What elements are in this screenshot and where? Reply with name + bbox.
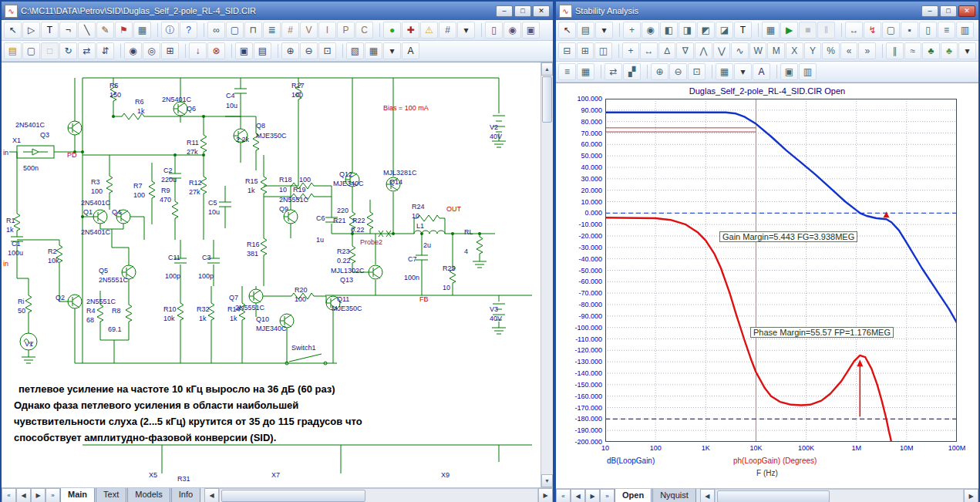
view-menu-icon[interactable]: ▾ [383,42,401,59]
paste-icon[interactable]: ▤ [254,42,271,59]
analysis-close-button[interactable]: ✕ [958,5,975,17]
go-to-performance-icon[interactable]: % [822,42,840,59]
scroll-down-button[interactable]: ▼ [541,474,553,487]
legend-phase[interactable]: ph(LoopGain) (Degrees) [733,457,817,465]
tile-horizontal-icon[interactable]: ⊟ [558,42,576,59]
inflection-icon[interactable]: ∿ [731,42,749,59]
step-into-icon[interactable]: ↓ [189,42,207,59]
peak-icon[interactable]: ∆ [658,42,676,59]
plot-panel[interactable]: Duglas_Self_2-pole_RL-4_SID.CIR Open dB(… [556,83,978,488]
zoom-mode-icon[interactable]: ◉ [642,22,659,39]
panel-top-icon[interactable]: ◩ [697,22,715,39]
tab-scroll-next[interactable]: ▶ [585,489,600,502]
condition-display-icon[interactable]: C [355,22,373,39]
phase-margin-annotation[interactable]: Phase Margin=55.57 FP=1.176MEG [750,327,894,338]
animate-icon[interactable]: ↔ [845,22,863,39]
tab-scroll-last[interactable]: » [600,489,615,502]
overlap-icon[interactable]: ◫ [594,42,612,59]
select-mode-icon[interactable]: ↖ [4,22,22,39]
zoom-in-icon[interactable]: ⊕ [281,42,299,59]
tag-horizontal-icon[interactable]: « [840,42,858,59]
text-mode-icon[interactable]: T [41,22,59,39]
flip-vertical-icon[interactable]: ⇵ [96,42,114,59]
tab-scroll-next[interactable]: ▶ [31,488,45,502]
picture-mode-icon[interactable]: ▦ [133,22,151,39]
zoom-select-icon[interactable]: ◉ [503,22,521,39]
go-to-y-icon[interactable]: Y [804,42,822,59]
grid-menu-icon[interactable]: ▾ [457,22,475,39]
pages-menu-icon[interactable]: ▾ [958,42,976,59]
analysis-maximize-button[interactable]: □ [940,5,957,17]
calculator-icon[interactable]: ▦ [577,63,594,80]
flag-mode-icon[interactable]: ⚑ [115,22,133,39]
minimize-button[interactable]: – [496,5,513,17]
probe-icon[interactable]: ↯ [864,22,881,39]
data-points-icon[interactable]: ▪ [901,22,918,39]
run-icon[interactable]: ▶ [780,22,798,39]
schematic-canvas[interactable]: R5150R61k2N5401CQ6C410uR17100Bias = 100 … [2,62,553,487]
global-low-icon[interactable]: M [767,42,785,59]
tab-scroll-first[interactable]: « [556,489,571,502]
node-voltages-icon[interactable]: V [300,22,318,39]
go-to-x-icon[interactable]: X [786,42,803,59]
grid-menu-icon[interactable]: ▦ [716,63,733,80]
zoom-area-icon[interactable]: ⊡ [318,42,336,59]
graphics-mode-icon[interactable]: ✎ [96,22,114,39]
cross-hair-icon[interactable]: ✚ [402,22,419,39]
scroll-up-button[interactable]: ▲ [541,62,553,76]
scroll-right-button[interactable]: ▶ [538,488,553,502]
border-icon[interactable]: ▣ [522,22,540,39]
zoom-window-icon[interactable]: ⊡ [688,63,706,80]
tab-models[interactable]: Models [127,488,170,502]
view-options-icon[interactable]: ▦ [365,42,382,59]
panel-right-icon[interactable]: ◨ [679,22,696,39]
attributes-icon[interactable]: ⊞ [161,42,179,59]
copy-page-icon[interactable]: ▥ [799,63,817,80]
zoom-out-icon[interactable]: ⊖ [669,63,687,80]
analysis-titlebar[interactable]: ∿ Stability Analysis – □ ✕ [556,2,978,20]
font-icon[interactable]: A [753,63,770,80]
scroll-left-button[interactable]: ◀ [204,488,219,502]
horizontal-scroll-track[interactable] [715,489,964,502]
tab-scroll-prev[interactable]: ◀ [571,489,585,502]
maximize-button[interactable]: □ [514,5,531,17]
clipboard-icon[interactable]: ▤ [577,22,594,39]
tag-vertical-icon[interactable]: » [858,42,876,59]
tab-open[interactable]: Open [615,489,652,502]
cursor-position-icon[interactable]: ▞ [623,63,641,80]
pan-mode-icon[interactable]: + [623,22,641,39]
select-region-icon[interactable]: ▢ [22,42,40,59]
font-icon[interactable]: A [402,42,419,59]
region-enclosure-icon[interactable]: ▢ [226,22,244,39]
tab-nyquist[interactable]: Nyquist [652,489,696,502]
refresh-icon[interactable]: ↻ [59,42,77,59]
keep-scales-icon[interactable]: ≈ [904,42,922,59]
vertical-scroll-track[interactable] [541,123,553,474]
close-button[interactable]: ✕ [533,5,550,17]
scroll-right-button[interactable]: ▶ [964,489,978,502]
page-icon[interactable]: ▯ [485,22,503,39]
current-display-icon[interactable]: I [318,22,336,39]
gain-margin-annotation[interactable]: Gain Margin=5.443 FG=3.938MEG [719,231,857,242]
numeric-list-icon[interactable]: ≡ [558,63,576,80]
horizontal-scroll-thumb[interactable] [717,490,830,502]
diagonal-wire-icon[interactable]: ╲ [78,22,96,39]
point-to-point-icon[interactable]: ∞ [207,22,225,39]
align-cursors-icon[interactable]: ∥ [886,42,904,59]
vertical-scroll-thumb[interactable] [542,76,552,123]
help-mode-icon[interactable]: ? [180,22,197,39]
digital-trace-icon[interactable]: ⊓ [244,22,262,39]
high-icon[interactable]: ⋀ [695,42,712,59]
bus-icon[interactable]: ≣ [263,22,281,39]
properties-icon[interactable]: ▦ [762,22,780,39]
tracker-icon[interactable]: ⇄ [605,63,622,80]
zoom-out-icon[interactable]: ⊖ [300,42,318,59]
grid-dropdown-icon[interactable]: ▾ [734,63,752,80]
fern-icon[interactable]: ♣ [922,42,940,59]
pin-connections-icon[interactable]: ● [383,22,401,39]
find-icon[interactable]: ◉ [124,42,142,59]
flip-horizontal-icon[interactable]: ⇄ [78,42,96,59]
leaves-icon[interactable]: ♣ [941,42,958,59]
tile-vertical-icon[interactable]: ⊞ [577,42,594,59]
grid-icon[interactable]: # [439,22,456,39]
